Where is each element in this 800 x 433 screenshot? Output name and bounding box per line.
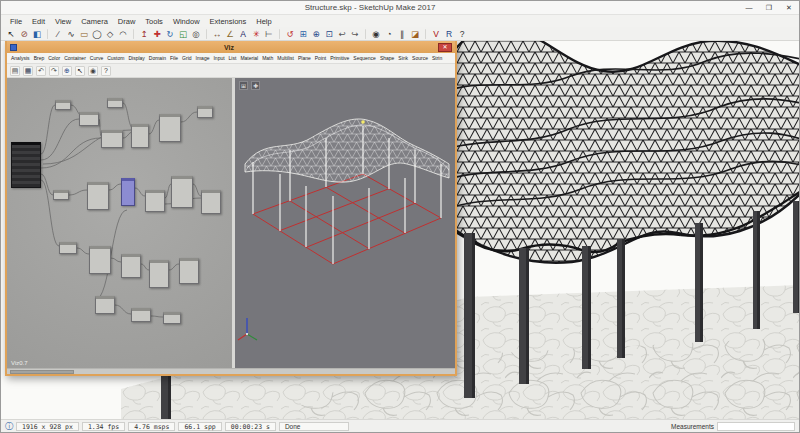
open-file-icon[interactable]: ▤ (10, 66, 20, 76)
menu-item[interactable]: Window (168, 17, 205, 26)
viz-menu-item[interactable]: Grid (181, 55, 192, 61)
menu-item[interactable]: Camera (76, 17, 113, 26)
graph-node[interactable] (149, 260, 169, 288)
toolbar-icon[interactable] (365, 29, 366, 39)
graph-node[interactable] (179, 258, 199, 284)
graph-node[interactable] (131, 308, 151, 322)
graph-node[interactable] (95, 296, 115, 314)
viz-menu-item[interactable]: Container (63, 55, 87, 61)
pan-view-icon[interactable]: ✚ (251, 81, 260, 90)
menu-item[interactable]: Draw (113, 17, 141, 26)
graph-node[interactable] (107, 98, 123, 108)
offset-tool-icon[interactable]: ◎ (190, 28, 202, 40)
graph-node[interactable] (101, 130, 123, 148)
graph-node[interactable] (171, 176, 193, 208)
graph-node[interactable] (159, 114, 181, 142)
model-viewport[interactable]: Two Point (1, 41, 799, 419)
viz-menu-item[interactable]: Shape (379, 55, 395, 61)
help-icon[interactable]: ? (456, 28, 468, 40)
extension-r-icon[interactable]: R (443, 28, 455, 40)
viz-menu-item[interactable]: List (228, 55, 238, 61)
viz-menu-item[interactable]: Input (212, 55, 225, 61)
redo-icon[interactable]: ↷ (49, 66, 59, 76)
minimize-button[interactable]: — (739, 1, 759, 14)
viz-menu-item[interactable]: Point (314, 55, 327, 61)
graph-node[interactable] (121, 178, 135, 206)
graph-node[interactable] (59, 242, 77, 254)
rectangle-tool-icon[interactable]: ▭ (78, 28, 90, 40)
info-icon[interactable]: ⓘ (5, 421, 13, 432)
zoom-graph-icon[interactable]: ⊕ (62, 66, 72, 76)
measurements-field[interactable] (717, 422, 795, 431)
viz-menu-item[interactable]: Curve (89, 55, 104, 61)
graph-node[interactable] (201, 190, 221, 214)
graph-node[interactable] (131, 124, 149, 148)
graph-node[interactable] (121, 254, 141, 278)
position-camera-icon[interactable]: ◉ (370, 28, 382, 40)
move-tool-icon[interactable]: ✚ (151, 28, 163, 40)
menu-item[interactable]: File (5, 17, 27, 26)
viz-menu-item[interactable]: Math (261, 55, 274, 61)
protractor-icon[interactable]: ∠ (224, 28, 236, 40)
viz-menu-item[interactable]: Analysis (10, 55, 31, 61)
graph-node[interactable] (11, 142, 41, 188)
scale-tool-icon[interactable]: ◱ (177, 28, 189, 40)
toolbar-icon[interactable] (47, 29, 48, 39)
viz-menu-item[interactable]: Brep (33, 55, 46, 61)
dimension-tool-icon[interactable]: ⊢ (263, 28, 275, 40)
viz-menu-item[interactable]: Domain (148, 55, 167, 61)
zoom-extents-icon[interactable]: ⊡ (323, 28, 335, 40)
menu-item[interactable]: Extensions (205, 17, 252, 26)
graph-node[interactable] (197, 106, 213, 118)
menu-item[interactable]: View (50, 17, 76, 26)
viz-menu-item[interactable]: Multilist (276, 55, 295, 61)
pan-tool-icon[interactable]: ⊞ (297, 28, 309, 40)
eraser-tool-icon[interactable]: ⊘ (18, 28, 30, 40)
viz-preview-viewport[interactable]: ⊞✚ (235, 78, 455, 368)
viz-scrollbar[interactable] (7, 368, 455, 374)
circle-tool-icon[interactable]: ◯ (91, 28, 103, 40)
undo-icon[interactable]: ↶ (36, 66, 46, 76)
zoom-fit-icon[interactable]: ⊞ (239, 81, 248, 90)
arc-tool-icon[interactable]: ◠ (117, 28, 129, 40)
toolbar-icon[interactable] (279, 29, 280, 39)
viz-menu-item[interactable]: Sequence (352, 55, 377, 61)
viz-menu-item[interactable]: Primitive (329, 55, 350, 61)
viz-title-bar[interactable]: Viz ✕ (7, 41, 455, 53)
graph-node[interactable] (79, 112, 99, 126)
tape-measure-icon[interactable]: ↔ (211, 28, 223, 40)
orbit-tool-icon[interactable]: ↺ (284, 28, 296, 40)
viz-menu-item[interactable]: File (169, 55, 179, 61)
graph-node[interactable] (53, 190, 69, 200)
menu-item[interactable]: Tools (140, 17, 168, 26)
polygon-tool-icon[interactable]: ◇ (104, 28, 116, 40)
freehand-tool-icon[interactable]: ∿ (65, 28, 77, 40)
toolbar-icon[interactable] (425, 29, 426, 39)
save-icon[interactable]: ▦ (23, 66, 33, 76)
menu-item[interactable]: Help (251, 17, 276, 26)
graph-node[interactable] (145, 190, 165, 212)
extension-v-icon[interactable]: V (430, 28, 442, 40)
text-tool-icon[interactable]: A (237, 28, 249, 40)
line-tool-icon[interactable]: ∕ (52, 28, 64, 40)
viz-menu-item[interactable]: Plane (297, 55, 312, 61)
viz-menu-item[interactable]: Color (47, 55, 61, 61)
viz-menu-item[interactable]: Image (195, 55, 211, 61)
viz-menu-item[interactable]: Strin (431, 55, 443, 61)
menu-item[interactable]: Edit (27, 17, 50, 26)
look-around-icon[interactable]: ◔ (383, 28, 395, 40)
viz-menu-item[interactable]: Sink (397, 55, 409, 61)
viz-help-icon[interactable]: ? (101, 66, 111, 76)
viz-menu-item[interactable]: Source (411, 55, 429, 61)
zoom-tool-icon[interactable]: ⊕ (310, 28, 322, 40)
rotate-tool-icon[interactable]: ↻ (164, 28, 176, 40)
viz-close-button[interactable]: ✕ (438, 43, 452, 52)
viz-scrollbar-thumb[interactable] (10, 370, 74, 374)
close-button[interactable]: ✕ (779, 1, 799, 14)
maximize-button[interactable]: ❐ (759, 1, 779, 14)
graph-node[interactable] (89, 246, 111, 274)
graph-node[interactable] (163, 312, 181, 324)
next-view-icon[interactable]: ↪ (349, 28, 361, 40)
pushpull-tool-icon[interactable]: ↥ (138, 28, 150, 40)
viz-menu-item[interactable]: Custom (106, 55, 125, 61)
